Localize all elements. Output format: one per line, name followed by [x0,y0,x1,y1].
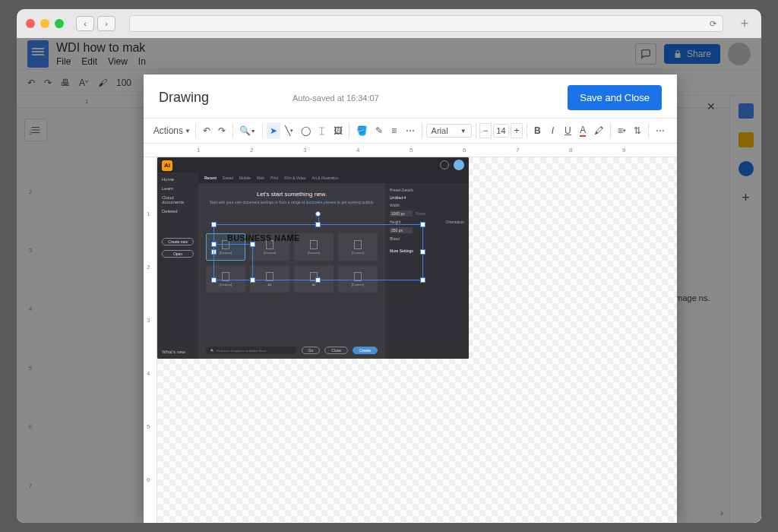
font-size-input[interactable]: 14 [493,124,510,138]
actions-label: Actions [153,125,183,136]
fill-color-button[interactable]: 🪣 [353,122,370,139]
drawing-canvas[interactable]: Ai Home Learn Cloud documents Deleted Cr… [157,157,677,523]
border-weight-button[interactable]: ≡ [387,122,401,139]
resize-handle[interactable] [250,277,255,283]
go-button: Go [302,347,321,354]
tab-mobile: Mobile [239,176,251,180]
autosave-status: Auto-saved at 16:34:07 [293,93,379,103]
side-learn: Learn [162,186,194,191]
more-button[interactable]: ⋯ [653,122,668,139]
shape-tool[interactable]: ◯ [298,122,314,139]
drawing-header: Drawing Auto-saved at 16:34:07 Save and … [144,74,677,118]
forward-button[interactable]: › [97,16,115,31]
highlight-button[interactable]: 🖍 [591,122,606,139]
separator [422,123,422,138]
redo-button[interactable]: ↷ [215,122,229,139]
align-button[interactable]: ≡▾ [615,122,629,139]
rotate-handle[interactable] [315,211,321,217]
resize-handle[interactable] [250,242,255,247]
textbox-tool[interactable]: ⌶ [315,122,329,139]
browser-chrome: ‹ › ⟳ + [17,9,761,38]
orient-label: Orientation [446,220,464,224]
canvas-ruler-vertical: 1 2 3 4 5 6 7 [144,157,157,523]
close-window-icon[interactable] [26,19,35,28]
art-subtitle: Start with your own document settings or… [206,200,378,204]
search-icon [440,160,449,169]
window-controls [26,19,64,28]
resize-handle[interactable] [420,222,425,227]
art-topbar [157,157,469,173]
drawing-modal: Drawing Auto-saved at 16:34:07 Save and … [144,74,677,523]
resize-handle[interactable] [420,249,425,255]
separator [648,123,649,138]
url-bar[interactable]: ⟳ [129,15,723,32]
ruler-tick: 1 [147,211,150,217]
actions-menu[interactable]: Actions ▼ [153,122,191,139]
create-button: Create [353,347,378,354]
side-deleted: Deleted [162,209,194,214]
border-color-button[interactable]: ✎ [372,122,386,139]
back-button[interactable]: ‹ [76,16,94,31]
side-cloud: Cloud documents [162,195,194,204]
bold-button[interactable]: B [530,122,544,139]
separator [527,123,527,138]
line-tool[interactable]: ╲▾ [282,122,296,139]
separator [476,123,476,138]
ruler-tick: 7 [516,147,519,154]
close-button: Close [324,347,348,354]
side-home: Home [162,177,194,182]
zoom-button[interactable]: 🔍▼ [237,122,258,139]
undo-button[interactable]: ↶ [199,122,213,139]
select-tool[interactable]: ➤ [267,122,280,139]
ai-logo-icon: Ai [162,160,172,171]
maximize-window-icon[interactable] [55,19,64,28]
border-dash-button[interactable]: ⋯ [403,122,418,139]
ruler-tick: 3 [303,147,306,154]
drawing-toolbar: Actions ▼ ↶ ↷ 🔍▼ ➤ ╲▾ ◯ ⌶ 🖼 🪣 ✎ ≡ ⋯ Aria… [144,118,677,144]
resize-handle[interactable] [420,277,425,283]
google-docs-app: WDI how to mak File Edit View In Share ↶… [17,38,761,523]
ruler-tick: 6 [147,477,150,483]
template-search: 🔍Find more templates on Adobe Stock [206,347,297,354]
ruler-tick: 5 [147,423,150,430]
ruler-tick: 4 [147,370,150,377]
decrease-font-button[interactable]: − [479,123,491,138]
resize-handle[interactable] [211,242,217,247]
chevron-down-icon: ▾ [623,128,626,134]
nav-buttons: ‹ › [76,16,115,31]
whats-new: What's new [162,350,194,354]
tab-art: Art & Illustration [312,176,339,180]
underline-button[interactable]: U [561,122,574,139]
art-heading: Let's start something new. [206,191,378,198]
italic-button[interactable]: I [546,122,559,139]
chevron-down-icon: ▼ [185,128,191,135]
resize-handle[interactable] [211,277,217,283]
font-select[interactable]: Arial▼ [426,124,472,138]
resize-handle[interactable] [211,222,217,227]
tab-print: Print [270,176,278,180]
line-spacing-button[interactable]: ⇅ [631,122,644,139]
ruler-tick: 3 [147,317,150,324]
chevron-down-icon: ▼ [251,128,256,134]
resize-handle[interactable] [315,277,321,283]
drawing-title: Drawing [159,90,209,106]
resize-handle[interactable] [315,222,321,227]
art-tabs: Recent Saved Mobile Web Print Film & Vid… [198,173,469,183]
art-sidebar: Home Learn Cloud documents Deleted Creat… [157,173,198,359]
art-footer: 🔍Find more templates on Adobe Stock Go C… [206,347,378,354]
image-tool[interactable]: 🖼 [330,122,346,139]
increase-font-button[interactable]: + [511,123,522,138]
separator [232,123,233,138]
text-color-button[interactable]: A [576,122,590,140]
new-tab-button[interactable]: + [737,16,752,32]
preset-title: Preset Details [390,188,464,192]
reload-icon[interactable]: ⟳ [710,19,716,29]
create-new-button: Create new [162,238,194,245]
save-and-close-button[interactable]: Save and Close [568,85,662,110]
tab-film: Film & Video [284,176,305,180]
preset-link: document presets [306,200,337,204]
canvas-ruler-horizontal: 1 2 3 4 5 6 7 8 9 [144,144,677,157]
separator [262,123,263,138]
minimize-window-icon[interactable] [40,19,49,28]
selection-box-inner[interactable] [213,244,253,280]
